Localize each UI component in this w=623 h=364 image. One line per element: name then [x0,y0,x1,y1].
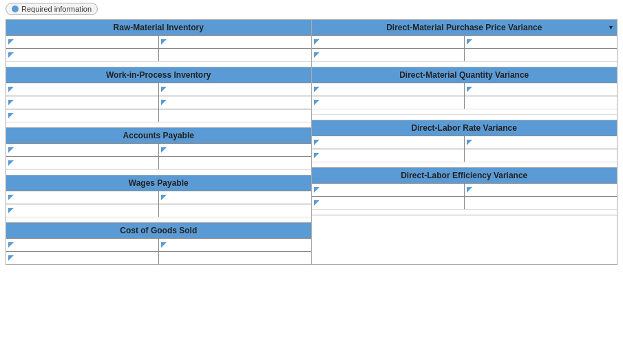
t-cell [312,83,465,96]
t-cell [6,109,159,122]
t-cell [6,83,159,96]
t-input[interactable] [168,38,309,46]
t-input[interactable] [161,51,309,59]
t-input[interactable] [168,85,309,94]
t-cell [312,96,465,109]
t-cell [465,83,617,96]
table-row [312,136,617,149]
work-in-process-inventory-body [6,83,311,127]
t-input[interactable] [15,159,156,167]
flag-icon [8,52,14,58]
accounts-payable-block: Accounts Payable [6,128,311,175]
t-input[interactable] [161,159,309,167]
raw-material-inventory-header: Raw-Material Inventory [6,20,311,35]
t-input[interactable] [168,98,309,107]
flag-icon [8,87,14,92]
dm-purchase-price-variance-header: Direct-Material Purchase Price Variance … [312,20,617,35]
t-input[interactable] [467,199,615,207]
t-input[interactable] [474,138,615,147]
flag-icon [161,147,167,153]
t-input[interactable] [474,85,615,94]
t-input[interactable] [168,193,309,202]
t-input[interactable] [321,151,462,160]
dl-efficiency-variance-title: Direct-Labor Efficiency Variance [401,171,527,180]
flag-icon [161,242,167,248]
flag-icon [467,39,472,45]
t-cell [312,149,465,162]
t-cell [6,36,159,48]
accounts-grid: Raw-Material Inventory [6,19,617,265]
table-row [6,96,311,109]
table-row [6,251,311,264]
accounts-payable-title: Accounts Payable [123,131,194,140]
t-input[interactable] [15,193,156,202]
t-input[interactable] [168,146,309,154]
t-input[interactable] [15,85,156,94]
t-input[interactable] [161,206,309,215]
flag-icon [8,39,14,45]
t-input[interactable] [321,51,462,59]
t-input[interactable] [161,254,309,262]
wages-payable-block: Wages Payable [6,175,311,223]
accounts-payable-header: Accounts Payable [6,128,311,143]
t-input[interactable] [15,38,156,46]
badge-dot [12,6,19,12]
work-in-process-inventory-block: Work-in-Process Inventory [6,67,311,128]
t-input[interactable] [321,98,462,107]
t-input[interactable] [474,38,615,46]
t-cell [159,109,311,122]
t-input[interactable] [15,146,156,154]
t-input[interactable] [15,206,156,215]
t-cell [159,157,311,169]
badge-label: Required information [21,5,92,13]
cost-of-goods-sold-title: Cost of Goods Sold [120,226,197,235]
flag-icon [161,39,167,45]
dl-rate-variance-title: Direct-Labor Rate Variance [412,123,517,133]
t-cell [465,197,617,209]
t-input[interactable] [168,241,309,249]
t-cell [465,149,617,162]
t-input[interactable] [321,38,462,46]
flag-icon [314,200,319,206]
t-input[interactable] [161,111,309,120]
wages-payable-title: Wages Payable [129,178,189,188]
dl-rate-variance-block: Direct-Labor Rate Variance [312,120,617,168]
dm-purchase-price-variance-lines [312,35,617,67]
t-input[interactable] [321,186,462,194]
t-input[interactable] [474,186,615,194]
t-input[interactable] [467,51,615,59]
dropdown-arrow-icon[interactable]: ▼ [608,24,614,31]
spacer [6,217,311,222]
flag-icon [8,242,14,248]
flag-icon [314,153,319,158]
t-input[interactable] [321,199,462,207]
flag-icon [314,187,319,193]
t-input[interactable] [15,254,156,262]
flag-icon [314,52,319,58]
t-cell [312,49,465,61]
t-input[interactable] [321,85,462,94]
t-input[interactable] [15,241,156,249]
table-row [6,143,311,156]
t-input[interactable] [467,151,615,160]
t-input[interactable] [15,51,156,59]
dm-quantity-variance-lines [312,83,617,120]
flag-icon [314,100,319,105]
t-input[interactable] [15,111,156,120]
flag-icon [314,39,319,45]
t-cell [6,49,159,61]
spacer [6,169,311,175]
spacer [6,122,311,127]
dm-quantity-variance-header: Direct-Material Quantity Variance [312,67,617,83]
spacer [312,209,617,215]
dl-efficiency-variance-header: Direct-Labor Efficiency Variance [312,168,617,183]
table-row [6,204,311,217]
t-cell [159,144,311,156]
flag-icon [8,100,14,105]
accounts-payable-lines [6,143,311,175]
table-row [312,48,617,61]
t-input[interactable] [15,98,156,107]
t-input[interactable] [467,98,615,107]
t-input[interactable] [321,138,462,147]
table-row [6,35,311,48]
